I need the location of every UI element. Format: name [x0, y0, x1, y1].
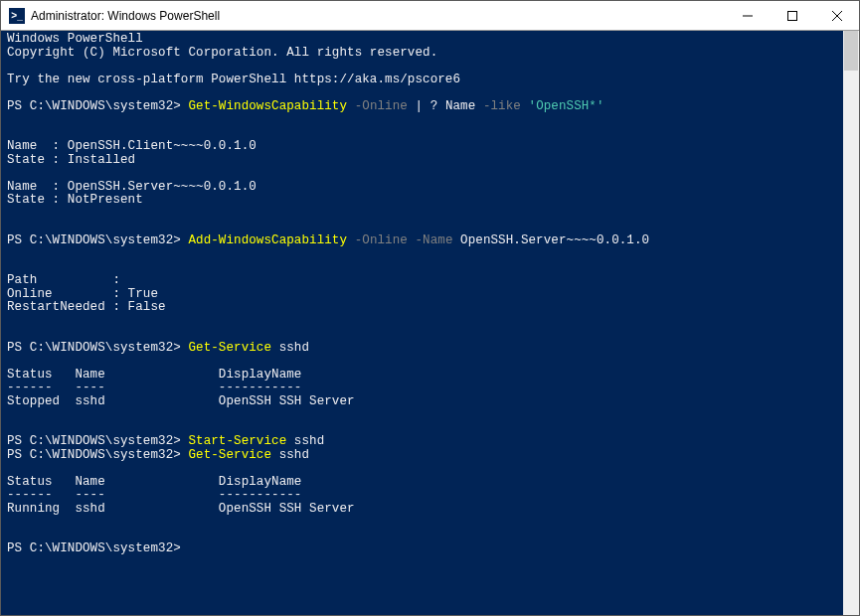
prompt: PS C:\WINDOWS\system32> [7, 99, 188, 113]
powershell-icon: >_ [9, 8, 25, 24]
param: -like [483, 99, 529, 113]
command-output: Status Name DisplayName ------ ---- ----… [7, 475, 355, 516]
command-output: Name : OpenSSH.Client~~~~0.0.1.0 State :… [7, 139, 257, 207]
maximize-button[interactable] [770, 1, 814, 30]
vertical-scrollbar[interactable] [843, 31, 859, 615]
cmdlet: Start-Service [188, 434, 286, 448]
prompt: PS C:\WINDOWS\system32> [7, 341, 188, 355]
argument: OpenSSH.Server~~~~0.0.1.0 [460, 233, 649, 247]
titlebar[interactable]: >_ Administrator: Windows PowerShell [1, 1, 859, 31]
pipe: | ? [416, 99, 445, 113]
cmdlet: Get-WindowsCapability [188, 99, 347, 113]
terminal-pane[interactable]: Windows PowerShell Copyright (C) Microso… [1, 31, 859, 615]
intro-line: Windows PowerShell [7, 32, 143, 46]
prompt: PS C:\WINDOWS\system32> [7, 233, 188, 247]
prompt: PS C:\WINDOWS\system32> [7, 448, 188, 462]
scrollbar-thumb[interactable] [844, 31, 858, 71]
cmdlet: Get-Service [188, 448, 271, 462]
prompt: PS C:\WINDOWS\system32> [7, 434, 188, 448]
cmdlet: Get-Service [188, 341, 271, 355]
param: -Online [347, 99, 415, 113]
window-title: Administrator: Windows PowerShell [31, 9, 725, 23]
argument: sshd [271, 448, 309, 462]
param: -Online -Name [347, 233, 460, 247]
argument: sshd [271, 341, 309, 355]
command-output: Path : Online : True RestartNeeded : Fal… [7, 273, 166, 314]
powershell-window: >_ Administrator: Windows PowerShell Win… [0, 0, 860, 616]
window-controls [725, 1, 859, 30]
minimize-button[interactable] [725, 1, 770, 30]
intro-line: Try the new cross-platform PowerShell ht… [7, 73, 460, 86]
svg-rect-1 [787, 11, 796, 20]
cmdlet: Add-WindowsCapability [188, 233, 347, 247]
param-name: Name [445, 99, 483, 113]
argument: sshd [286, 434, 324, 448]
intro-line: Copyright (C) Microsoft Corporation. All… [7, 46, 437, 60]
command-output: Status Name DisplayName ------ ---- ----… [7, 368, 355, 408]
prompt: PS C:\WINDOWS\system32> [7, 541, 188, 555]
close-button[interactable] [814, 1, 859, 30]
string-literal: 'OpenSSH*' [529, 99, 604, 113]
